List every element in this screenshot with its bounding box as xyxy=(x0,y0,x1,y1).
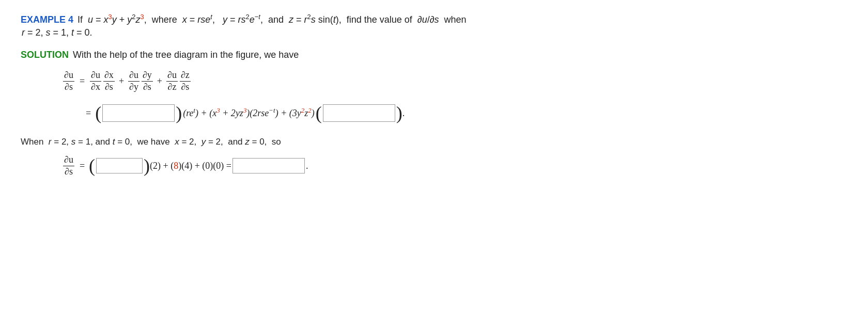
frac-dx-ds: ∂x ∂s xyxy=(103,70,115,92)
example-line2: r = 2, s = 1, t = 0. xyxy=(22,27,847,38)
frac-du-dy: ∂u ∂y xyxy=(128,70,140,92)
input-box-1[interactable] xyxy=(102,104,175,122)
input-box-final-1[interactable] xyxy=(96,158,143,173)
input-box-2[interactable] xyxy=(323,104,395,122)
lhs-fraction: ∂u ∂s xyxy=(63,70,74,92)
when-line: When r = 2, s = 1, and t = 0, we have x … xyxy=(21,137,847,147)
lhs-den: ∂s xyxy=(64,82,74,93)
paren-open-2: ( xyxy=(316,104,322,122)
paren-close-1: ) xyxy=(176,104,182,122)
chain-rule-equation: ∂u ∂s = ∂u ∂x ∂x ∂s + ∂u ∂y ∂y ∂s + ∂u ∂… xyxy=(62,70,847,92)
eq2-period: . xyxy=(402,108,405,119)
solution-intro: SOLUTION With the help of the tree diagr… xyxy=(21,50,847,60)
plus2: + xyxy=(157,76,162,87)
final-paren-open: ( xyxy=(89,156,95,175)
paren-open-1: ( xyxy=(95,104,101,122)
frac-dy-ds: ∂y ∂s xyxy=(142,70,153,92)
lhs-num: ∂u xyxy=(63,70,74,82)
frac-dz-ds: ∂z ∂s xyxy=(180,70,191,92)
example-label: EXAMPLE 4 xyxy=(21,14,73,25)
when-text: When r = 2, s = 1, and t = 0, we have x … xyxy=(21,137,281,147)
equals-sign: = xyxy=(80,76,85,87)
final-paren-close: ) xyxy=(144,156,150,175)
final-term1: (2) + (8)(4) + (0)(0) = xyxy=(150,161,231,171)
example-header: EXAMPLE 4 If u = x3y + y2z3, where x = r… xyxy=(21,14,847,25)
solution-intro-text: With the help of the tree diagram in the… xyxy=(73,50,299,60)
eq2-term1: (ret) + (x3 + 2yz3)(2rse−t) + (3y2z2) xyxy=(183,108,315,119)
solution-label: SOLUTION xyxy=(21,50,69,60)
equation-line2: = ( ) (ret) + (x3 + 2yz3)(2rse−t) + (3y2… xyxy=(82,104,847,122)
final-period: . xyxy=(306,161,308,171)
example-text: If u = x3y + y2z3, where x = rset, y = r… xyxy=(78,14,467,25)
eq2-equals: = xyxy=(86,108,91,119)
plus1: + xyxy=(119,76,124,87)
input-box-final-2[interactable] xyxy=(233,158,305,173)
exp1: 3 xyxy=(109,13,112,21)
final-equals: = xyxy=(80,161,85,171)
paren-close-2: ) xyxy=(396,104,402,122)
frac-du-dz: ∂u ∂z xyxy=(166,70,178,92)
example-conditions: r = 2, s = 1, t = 0. xyxy=(22,27,92,38)
frac-du-dx: ∂u ∂x xyxy=(90,70,101,92)
final-frac: ∂u ∂s xyxy=(63,154,74,177)
final-equation: ∂u ∂s = ( ) (2) + (8)(4) + (0)(0) = . xyxy=(62,154,847,177)
solution-block: SOLUTION With the help of the tree diagr… xyxy=(21,50,847,177)
